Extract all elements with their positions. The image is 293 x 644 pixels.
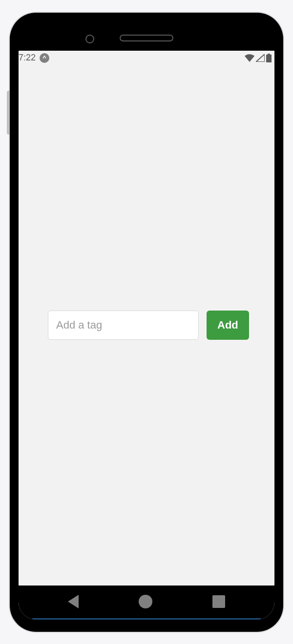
speaker-slot bbox=[120, 35, 173, 41]
wifi-icon bbox=[245, 54, 254, 62]
recent-apps-button[interactable] bbox=[212, 595, 225, 608]
tag-input[interactable] bbox=[48, 311, 199, 340]
phone-frame: 7:22 ^ Add bbox=[10, 13, 283, 632]
app-content: Add bbox=[19, 65, 274, 585]
back-button[interactable] bbox=[68, 595, 79, 608]
signal-icon bbox=[256, 54, 265, 62]
add-button[interactable]: Add bbox=[207, 311, 249, 340]
screen: 7:22 ^ Add bbox=[19, 51, 274, 620]
caret-up-icon: ^ bbox=[40, 53, 49, 63]
clock: 7:22 bbox=[19, 53, 36, 63]
android-nav-bar bbox=[19, 585, 274, 620]
tag-form: Add bbox=[48, 311, 245, 340]
home-button[interactable] bbox=[139, 595, 152, 608]
battery-icon bbox=[266, 54, 272, 62]
front-camera bbox=[85, 35, 94, 43]
status-bar: 7:22 ^ bbox=[19, 51, 274, 65]
power-button[interactable] bbox=[7, 91, 10, 135]
nav-underline bbox=[32, 618, 261, 620]
svg-rect-1 bbox=[266, 55, 272, 62]
status-right bbox=[245, 54, 272, 62]
status-left: 7:22 ^ bbox=[19, 53, 49, 63]
svg-rect-0 bbox=[268, 54, 270, 55]
